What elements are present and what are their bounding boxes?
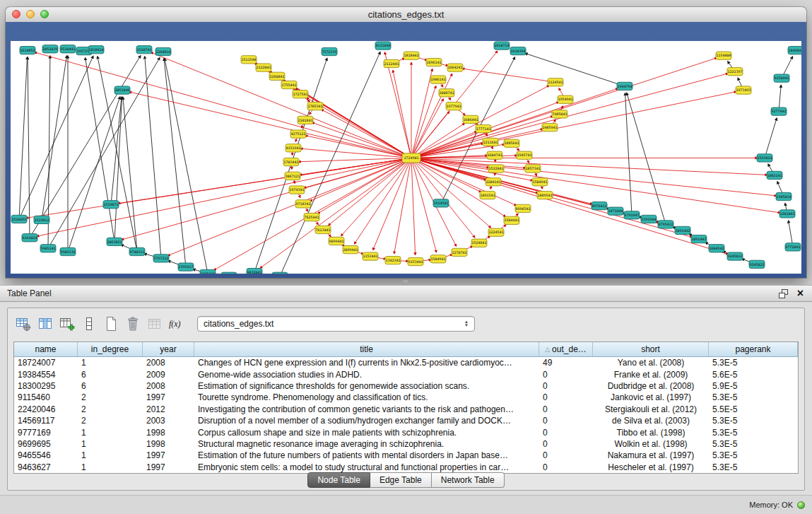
zoom-window-button[interactable] — [40, 10, 49, 18]
graph-node[interactable]: 2051046 — [114, 86, 130, 94]
function-builder-button[interactable]: f(x) — [168, 315, 185, 332]
graph-node[interactable]: 2305014 — [776, 192, 792, 200]
graph-node[interactable]: 1604542 — [709, 245, 724, 252]
graph-node[interactable]: 9740311 — [129, 247, 145, 255]
graph-node[interactable]: 1973493 — [736, 86, 751, 94]
graph-node[interactable]: 1504441 — [504, 216, 519, 224]
graph-node[interactable]: 1686441 — [463, 115, 478, 123]
close-panel-icon[interactable]: × — [797, 288, 804, 298]
graph-node[interactable]: 8976412 — [592, 201, 607, 209]
graph-node[interactable]: 2526059 — [11, 215, 27, 223]
graph-edge[interactable] — [411, 92, 736, 158]
column-header-name[interactable]: name — [14, 342, 78, 356]
graph-node[interactable]: 1818414 — [88, 46, 104, 54]
graph-node[interactable]: 1944794 — [617, 82, 632, 90]
graph-node[interactable]: 9153441 — [408, 257, 423, 265]
window-titlebar[interactable]: citations_edges.txt — [6, 7, 806, 23]
graph-node[interactable]: 1504941 — [430, 255, 446, 263]
graph-edge[interactable] — [317, 158, 411, 214]
graph-node[interactable]: 1954941 — [558, 95, 573, 103]
graph-edge[interactable] — [123, 97, 137, 252]
graph-edge[interactable] — [765, 118, 777, 158]
graph-node[interactable]: 9718341 — [295, 200, 311, 208]
close-window-button[interactable] — [12, 10, 20, 18]
graph-edge[interactable] — [393, 70, 411, 158]
graph-node[interactable]: 9245012 — [727, 252, 743, 260]
graph-node[interactable]: 2395417 — [178, 263, 194, 271]
column-header-year[interactable]: year — [143, 342, 194, 356]
graph-edge[interactable] — [329, 158, 411, 225]
graph-edge[interactable] — [19, 57, 28, 219]
column-header-short[interactable]: short — [593, 342, 709, 356]
graph-node[interactable]: 4151941 — [286, 144, 301, 152]
graph-node[interactable]: 2810714 — [494, 42, 510, 49]
graph-node[interactable]: 1785341 — [307, 102, 323, 110]
graph-node[interactable]: 7572339 — [322, 47, 337, 55]
graph-node[interactable]: 2391944 — [641, 215, 657, 223]
graph-node[interactable]: 2063821 — [107, 238, 122, 245]
graph-node[interactable]: 1818441 — [404, 52, 419, 59]
graph-node[interactable]: 7485041 — [552, 110, 567, 118]
float-panel-icon[interactable] — [778, 288, 789, 299]
graph-edge[interactable] — [145, 57, 161, 259]
table-row[interactable]: 1938455462009Genome-wide association stu… — [14, 368, 798, 380]
graph-edge[interactable] — [30, 55, 141, 238]
graph-node[interactable]: 1974341 — [289, 186, 305, 194]
graph-edge[interactable] — [384, 52, 411, 158]
graph-node[interactable]: 5905136 — [60, 247, 76, 255]
graph-node[interactable]: 1755441 — [281, 81, 297, 88]
graph-node[interactable]: 1593814 — [757, 154, 772, 162]
delete-table-button[interactable] — [124, 315, 141, 332]
graph-node[interactable]: 1696141 — [426, 58, 442, 66]
graph-edge[interactable] — [322, 110, 411, 158]
network-canvas[interactable]: 1614852205103995104411957214181841419107… — [11, 41, 801, 274]
graph-node[interactable]: 1211641 — [483, 138, 498, 146]
graph-node[interactable]: 2122041 — [256, 64, 271, 71]
graph-edge[interactable] — [394, 158, 411, 253]
graph-node[interactable]: 1664241 — [447, 64, 463, 71]
table-row[interactable]: 1456911722003Disruption of a novel membe… — [14, 415, 798, 426]
graph-node[interactable]: 1614852 — [20, 47, 35, 54]
graph-edge[interactable] — [129, 92, 411, 158]
graph-edge[interactable] — [627, 93, 666, 224]
graph-edge[interactable] — [411, 86, 549, 158]
graph-node[interactable]: 2204141 — [486, 178, 501, 186]
graph-node[interactable]: 1201041 — [779, 210, 795, 218]
graph-node[interactable]: 1889541 — [537, 191, 553, 199]
graph-edge[interactable] — [28, 57, 30, 238]
graph-edge[interactable] — [411, 158, 437, 252]
graph-edge[interactable] — [411, 158, 767, 175]
column-header-out_de[interactable]: △out_de… — [539, 342, 593, 356]
graph-node[interactable]: 2395406 — [200, 269, 216, 274]
graph-node[interactable]: 1519871 — [103, 201, 119, 209]
graph-node[interactable]: 2260841 — [269, 72, 285, 80]
graph-edge[interactable] — [411, 158, 416, 255]
graph-node[interactable]: 5905141 — [40, 245, 56, 252]
graph-node[interactable]: 3091442 — [675, 226, 690, 234]
graph-edge[interactable] — [411, 74, 728, 158]
network-canvas-svg[interactable]: 1614852205103995104411957214181841419107… — [11, 41, 801, 274]
graph-node[interactable]: 1885641 — [504, 139, 519, 147]
table-row[interactable]: 2242004622012Investigating the contribut… — [14, 404, 798, 415]
graph-node[interactable]: 1519812 — [34, 216, 49, 223]
graph-node[interactable]: 1224541 — [488, 228, 504, 236]
graph-edge[interactable] — [48, 57, 160, 248]
import-table-button[interactable] — [146, 315, 163, 332]
graph-node[interactable]: 1511548 — [241, 56, 257, 64]
graph-node[interactable]: 7625441 — [304, 213, 319, 221]
graph-edge[interactable] — [35, 52, 411, 158]
graph-edge[interactable] — [625, 93, 632, 215]
table-row[interactable]: 977716911998Corpus callosum shape and si… — [14, 426, 798, 438]
graph-edge[interactable] — [85, 57, 114, 241]
graph-edge[interactable] — [151, 52, 411, 158]
graph-node[interactable]: 1610394 — [510, 47, 526, 54]
new-table-button[interactable] — [102, 315, 119, 332]
graph-node[interactable]: 9277441 — [771, 107, 787, 115]
graph-node[interactable]: 1239541 — [221, 272, 237, 274]
graph-node[interactable]: 1221397 — [727, 68, 743, 76]
graph-node[interactable]: 1919413 — [272, 272, 288, 274]
table-mode-button[interactable] — [15, 315, 32, 332]
graph-node[interactable]: 2099441 — [343, 246, 358, 254]
graph-node[interactable]: 1986141 — [430, 76, 446, 83]
graph-node[interactable]: 1871044 — [608, 207, 623, 215]
